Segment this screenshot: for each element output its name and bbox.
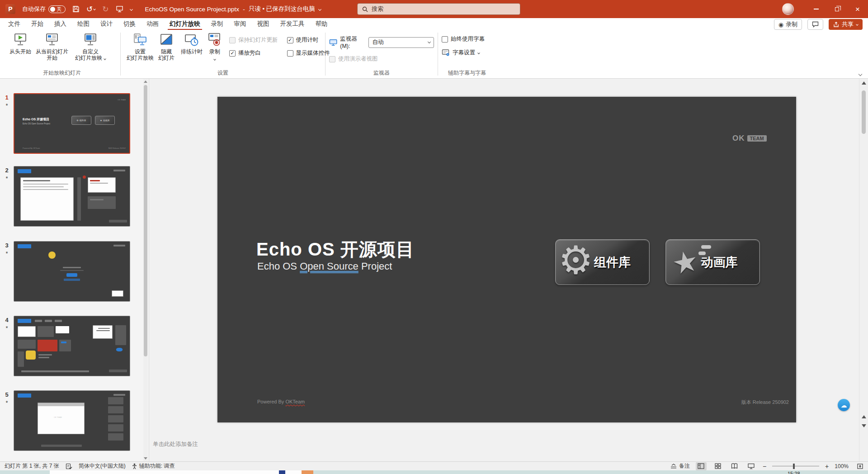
animation-star-icon: * [0, 102, 14, 109]
spellcheck-button[interactable] [66, 463, 72, 469]
tab-home[interactable]: 开始 [26, 18, 49, 30]
group-label-setup: 设置 [121, 69, 325, 77]
slide-4-item[interactable]: 4* [0, 316, 130, 376]
accessibility-button[interactable]: 辅助功能: 调查 [132, 462, 175, 470]
always-use-subtitles-checkbox[interactable]: 始终使用字幕 [442, 35, 485, 43]
slide-canvas[interactable]: OK TEAM Echo OS 开源项目 Echo OS Open Source… [217, 97, 796, 422]
zoom-slider[interactable] [772, 466, 819, 466]
search-input[interactable]: 搜索 [357, 3, 520, 15]
play-narrations-checkbox[interactable]: ✓播放旁白 [229, 49, 278, 57]
fit-slide-button[interactable] [854, 462, 865, 470]
reading-view-button[interactable] [729, 462, 740, 470]
slide-2-item[interactable]: 2* [0, 166, 130, 227]
powerpoint-app-icon[interactable]: P [5, 4, 15, 14]
tab-draw[interactable]: 绘图 [72, 18, 95, 30]
previous-slide-button[interactable] [862, 415, 866, 418]
share-button[interactable]: 共享 [829, 19, 863, 30]
cloud-sync-button[interactable]: ☁ [838, 399, 850, 411]
from-current-slide-button[interactable]: 从当前幻灯片开始 [33, 32, 71, 62]
tab-record[interactable]: 录制 [206, 18, 229, 30]
autosave-toggle[interactable]: 自动保存 关 [22, 5, 66, 13]
share-icon [833, 22, 839, 28]
slide-1-item[interactable]: 1* Echo OS 开源项目 Echo OS Open Source Proj… [0, 93, 130, 154]
tab-help[interactable]: 帮助 [310, 18, 333, 30]
document-title[interactable]: EchoOS Open Source Project.pptx - 只读 • 已… [145, 5, 321, 13]
custom-slideshow-button[interactable]: 自定义幻灯片放映 [73, 32, 108, 62]
comments-button[interactable] [807, 19, 823, 30]
redo-button[interactable]: ↻ [102, 5, 108, 13]
slide-subtitle[interactable]: Echo OS Open Source Project [257, 261, 392, 272]
zoom-out-button[interactable]: − [763, 463, 766, 469]
slide-sorter-view-button[interactable] [712, 462, 723, 470]
slide-4-number: 4* [0, 316, 14, 376]
animation-library-button[interactable]: ★ 动画库 [665, 239, 760, 285]
slide-3-thumbnail[interactable] [14, 241, 130, 302]
slide-title[interactable]: Echo OS 开源项目 [256, 237, 415, 262]
editor-scrollbar[interactable] [859, 79, 868, 461]
undo-button[interactable]: ↺ [86, 5, 95, 13]
panel-scrollbar[interactable] [143, 79, 148, 461]
group-label-start-slideshow: 开始放映幻灯片 [4, 69, 120, 77]
start-slideshow-quick-button[interactable] [116, 5, 123, 13]
monitor-dropdown[interactable]: 自动 [368, 37, 434, 48]
minimize-button[interactable] [806, 0, 826, 18]
zoom-level[interactable]: 100% [835, 463, 849, 469]
record-button[interactable]: ◉录制 [774, 19, 802, 30]
notes-placeholder[interactable]: 单击此处添加备注 [153, 441, 198, 448]
spellcheck-icon [66, 463, 72, 469]
slideshow-view-button[interactable] [746, 462, 757, 470]
subtitle-settings-icon [442, 49, 450, 57]
panel-scroll-up-icon[interactable] [144, 81, 147, 83]
customize-qat-button[interactable] [130, 8, 132, 10]
use-presenter-view-checkbox[interactable]: 使用演示者视图 [329, 55, 434, 63]
user-avatar[interactable] [782, 3, 794, 15]
panel-scroll-down-icon[interactable] [144, 457, 147, 460]
tab-insert[interactable]: 插入 [49, 18, 72, 30]
slide-3-item[interactable]: 3* [0, 241, 130, 302]
tab-slideshow[interactable]: 幻灯片放映 [164, 18, 206, 30]
tab-animations[interactable]: 动画 [141, 18, 164, 30]
zoom-in-button[interactable]: + [825, 463, 829, 469]
component-library-button[interactable]: ⚙ 组件库 [555, 239, 650, 285]
redo-icon: ↻ [102, 5, 108, 13]
status-bar: 幻灯片 第 1 张, 共 7 张 简体中文(中国大陆) 辅助功能: 调查 备注 … [0, 461, 868, 470]
save-button[interactable] [72, 5, 80, 13]
fit-to-window-icon [857, 463, 863, 469]
tab-view[interactable]: 视图 [252, 18, 275, 30]
tab-developer[interactable]: 开发工具 [275, 18, 310, 30]
tab-review[interactable]: 审阅 [229, 18, 252, 30]
setup-slideshow-button[interactable]: 设置幻灯片放映 [124, 32, 156, 62]
slide-counter[interactable]: 幻灯片 第 1 张, 共 7 张 [5, 462, 59, 470]
slide-5-thumbnail[interactable]: OK TEAM [14, 390, 130, 451]
tab-file[interactable]: 文件 [3, 18, 26, 30]
scrollbar-thumb[interactable] [862, 90, 866, 134]
tab-design[interactable]: 设计 [95, 18, 118, 30]
record-slideshow-button[interactable]: 录制 [205, 32, 225, 62]
show-media-controls-checkbox[interactable]: 显示媒体控件 [287, 49, 330, 57]
keep-slides-updated-checkbox[interactable]: 保持幻灯片更新 [229, 36, 278, 44]
tab-transitions[interactable]: 切换 [118, 18, 141, 30]
slide-5-item[interactable]: 5* OK TEAM [0, 390, 130, 451]
hide-slide-button[interactable]: 隐藏幻灯片 [156, 32, 177, 62]
subtitle-settings-button[interactable]: 字幕设置 [442, 49, 485, 57]
taskbar-sliver: 15:28 [0, 470, 868, 474]
language-button[interactable]: 简体中文(中国大陆) [79, 462, 126, 470]
rehearse-timings-button[interactable]: 排练计时 [179, 32, 205, 56]
scroll-up-icon[interactable] [862, 81, 866, 85]
slide-4-thumbnail[interactable] [14, 316, 130, 376]
slide-2-thumbnail[interactable] [14, 166, 130, 227]
zoom-slider-thumb[interactable] [793, 464, 795, 469]
restore-icon [835, 7, 839, 11]
use-timings-checkbox[interactable]: ✓使用计时 [287, 36, 330, 44]
from-current-slide-icon [44, 33, 60, 47]
normal-view-button[interactable] [696, 462, 707, 470]
restore-button[interactable] [826, 0, 847, 18]
notes-toggle-button[interactable]: 备注 [670, 462, 690, 470]
from-beginning-button[interactable]: 从头开始 [7, 32, 33, 56]
close-button[interactable]: × [847, 0, 868, 18]
slide-1-thumbnail[interactable]: Echo OS 开源项目 Echo OS Open Source Project… [14, 93, 130, 154]
next-slide-button[interactable] [862, 424, 866, 427]
monitor-icon [329, 39, 337, 46]
collapse-ribbon-icon[interactable] [859, 72, 862, 76]
logo-ok-text: OK [732, 134, 745, 143]
